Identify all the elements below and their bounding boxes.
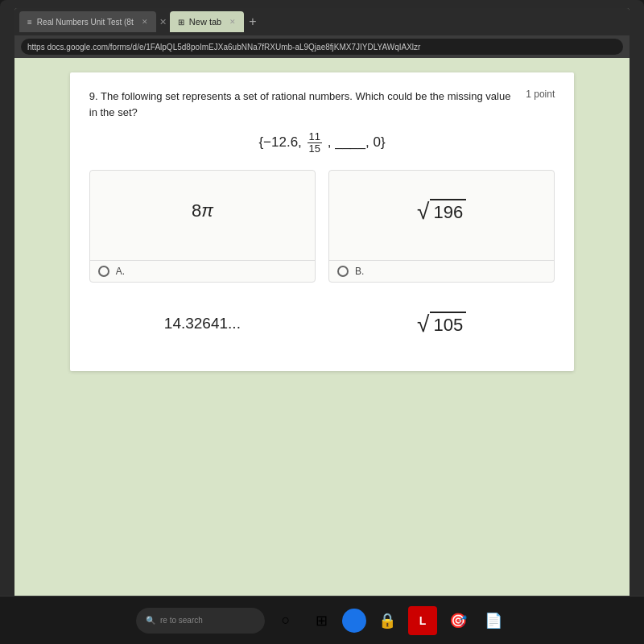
answer-letter-a: A. [116, 266, 125, 277]
fraction: 11 15 [308, 131, 322, 155]
tab-icon-realnumbers: ≡ [27, 18, 32, 27]
bottom-answers-grid: 14.32641... √ 105 [89, 295, 555, 352]
taskbar-grid-button[interactable]: ⊞ [307, 606, 336, 635]
taskbar-l-icon[interactable]: L [408, 606, 437, 635]
answer-d-display: √ 105 [417, 312, 466, 336]
set-display: {−12.6, 11 15 , ____, 0} [89, 131, 555, 155]
answer-b-display: √ 196 [417, 199, 466, 223]
sqrt-radical-b: √ [417, 200, 429, 223]
answer-card-a[interactable]: 8π A. [89, 170, 316, 283]
address-bar-row: https docs.google.com/forms/d/e/1FAlpQL5… [14, 35, 630, 58]
answer-a-display: 8π [192, 200, 213, 221]
address-text: https docs.google.com/forms/d/e/1FAlpQL5… [27, 43, 420, 52]
tab-icon-newtab: ⊞ [178, 18, 184, 27]
answer-c[interactable]: 14.32641... [89, 295, 316, 352]
quiz-container: 9. The following set represents a set of… [70, 72, 574, 371]
answer-card-b[interactable]: √ 196 B. [328, 170, 555, 283]
taskbar-circle-button[interactable]: ○ [271, 606, 300, 635]
taskbar-search-icon: 🔍 [146, 616, 155, 625]
sqrt-number-b: 196 [430, 199, 466, 223]
taskbar-app2-icon[interactable]: 📄 [479, 606, 508, 635]
fraction-denominator: 15 [308, 143, 322, 155]
sqrt-radical-d: √ [417, 313, 429, 336]
taskbar-lock-icon[interactable]: 🔒 [373, 606, 402, 635]
tab-label-realnumbers: Real Numbers Unit Test (8th CC [37, 18, 134, 27]
screen: ≡ Real Numbers Unit Test (8th CC ✕ ✕ ⊞ N… [14, 8, 630, 636]
tab-newtab[interactable]: ⊞ New tab ✕ [170, 11, 244, 32]
tab-close-realnumbers[interactable]: ✕ [142, 18, 148, 26]
taskbar-browser-icon[interactable] [342, 609, 366, 633]
tab-label-newtab: New tab [189, 17, 221, 27]
answer-d[interactable]: √ 105 [328, 295, 555, 352]
fraction-numerator: 11 [308, 131, 322, 143]
question-header: 9. The following set represents a set of… [89, 89, 555, 120]
question-text: 9. The following set represents a set of… [89, 89, 518, 120]
tab-bar: ≡ Real Numbers Unit Test (8th CC ✕ ✕ ⊞ N… [14, 8, 630, 35]
set-open: {−12.6, [258, 134, 305, 150]
address-bar[interactable]: https docs.google.com/forms/d/e/1FAlpQL5… [21, 39, 623, 55]
tab-close-newtab[interactable]: ✕ [229, 18, 236, 26]
answer-label-row-a: A. [90, 260, 315, 282]
sqrt-number-d: 105 [430, 312, 466, 336]
set-close: , ____, 0} [328, 134, 386, 150]
new-tab-button[interactable]: + [249, 14, 256, 29]
content-area: 9. The following set represents a set of… [14, 58, 630, 636]
browser-chrome: ≡ Real Numbers Unit Test (8th CC ✕ ✕ ⊞ N… [14, 8, 630, 58]
answer-label-row-b: B. [329, 260, 554, 282]
question-number: 9. [89, 90, 101, 102]
taskbar-app1-icon[interactable]: 🎯 [444, 606, 473, 635]
answer-letter-b: B. [355, 266, 364, 277]
points-label: 1 point [526, 89, 555, 100]
tab-divider: ✕ [159, 17, 167, 27]
taskbar-search-placeholder: re to search [160, 616, 203, 625]
answer-content-a: 8π [90, 171, 315, 260]
tab-realnumbers[interactable]: ≡ Real Numbers Unit Test (8th CC ✕ [19, 11, 156, 32]
taskbar: 🔍 re to search ○ ⊞ 🔒 L 🎯 📄 [0, 596, 644, 644]
radio-a[interactable] [98, 266, 109, 277]
question-body: The following set represents a set of ra… [89, 90, 511, 118]
answer-c-display: 14.32641... [164, 315, 241, 332]
top-answers-grid: 8π A. √ 196 [89, 170, 555, 283]
radio-b[interactable] [337, 266, 349, 277]
taskbar-search-bar[interactable]: 🔍 re to search [136, 608, 265, 634]
answer-content-b: √ 196 [329, 171, 554, 260]
